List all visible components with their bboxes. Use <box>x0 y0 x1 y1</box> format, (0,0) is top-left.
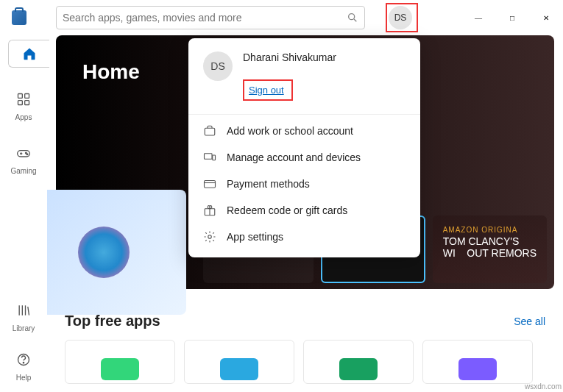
card-icon <box>203 177 216 190</box>
svg-rect-5 <box>25 101 29 105</box>
sign-out-link[interactable]: Sign out <box>249 85 284 96</box>
page-title: Home <box>82 60 140 84</box>
flyout-redeem[interactable]: Redeem code or gift cards <box>188 197 420 224</box>
divider <box>188 114 420 115</box>
sign-out-highlight: Sign out <box>243 79 293 101</box>
gear-icon <box>203 230 216 243</box>
svg-line-14 <box>28 307 29 316</box>
sidebar: Apps Gaming Library Help <box>0 35 47 392</box>
svg-point-10 <box>26 154 28 155</box>
svg-point-0 <box>349 14 355 20</box>
store-logo-icon <box>12 10 26 25</box>
nav-apps-label: Apps <box>15 113 32 121</box>
svg-point-24 <box>208 235 212 239</box>
section-title: Top free apps <box>65 313 160 329</box>
search-box[interactable] <box>56 6 365 29</box>
tile-label: TOM CLANCY'S WI OUT REMORS <box>443 235 537 259</box>
svg-rect-17 <box>205 128 215 135</box>
account-name: Dharani Shivakumar <box>243 51 346 63</box>
flyout-item-label: Payment methods <box>227 178 310 190</box>
flyout-manage-account[interactable]: Manage account and devices <box>188 144 420 171</box>
see-all-link[interactable]: See all <box>514 316 545 327</box>
gaming-icon <box>16 146 31 160</box>
flyout-payment[interactable]: Payment methods <box>188 171 420 197</box>
svg-rect-20 <box>205 181 216 188</box>
app-card[interactable] <box>65 340 175 384</box>
nav-gaming[interactable]: Gaming <box>9 139 38 175</box>
nav-home[interactable] <box>0 40 49 68</box>
library-icon <box>16 303 31 318</box>
watermark: wsxdn.com <box>525 382 562 391</box>
hero-tile[interactable]: AMAZON ORIGINA TOM CLANCY'S WI OUT REMOR… <box>433 215 547 283</box>
home-icon <box>22 46 37 61</box>
account-email-redacted <box>243 63 346 72</box>
svg-line-1 <box>354 19 356 21</box>
briefcase-icon <box>203 124 216 138</box>
svg-rect-3 <box>25 94 29 99</box>
flyout-item-label: Manage account and devices <box>227 152 361 163</box>
app-card[interactable] <box>303 340 414 384</box>
svg-rect-18 <box>205 154 213 160</box>
search-icon[interactable] <box>347 12 358 24</box>
nav-library-label: Library <box>13 324 35 332</box>
avatar: DS <box>203 51 233 81</box>
title-bar: DS — □ ✕ <box>0 0 563 35</box>
app-card-row <box>47 329 563 384</box>
svg-point-9 <box>26 152 27 154</box>
apps-icon <box>16 92 31 107</box>
nav-gaming-label: Gaming <box>10 167 36 175</box>
svg-rect-19 <box>213 155 216 160</box>
flyout-settings[interactable]: App settings <box>188 224 420 250</box>
profile-button[interactable]: DS <box>389 6 412 29</box>
minimize-button[interactable]: — <box>461 6 495 29</box>
maximize-button[interactable]: □ <box>495 6 529 29</box>
tile-overline: AMAZON ORIGINA <box>443 226 537 234</box>
flyout-item-label: Redeem code or gift cards <box>227 204 347 216</box>
app-card[interactable] <box>422 340 533 384</box>
devices-icon <box>203 151 216 164</box>
search-input[interactable] <box>63 12 347 24</box>
window-controls: — □ ✕ <box>461 6 563 29</box>
svg-rect-4 <box>18 101 23 105</box>
svg-point-16 <box>23 363 24 363</box>
profile-highlight: DS <box>386 3 418 32</box>
gift-icon <box>203 204 216 217</box>
account-flyout: DS Dharani Shivakumar Sign out Add work … <box>188 38 420 257</box>
nav-apps[interactable]: Apps <box>9 85 38 121</box>
flyout-item-label: Add work or school account <box>227 125 353 137</box>
flyout-item-label: App settings <box>227 231 283 243</box>
close-button[interactable]: ✕ <box>529 6 563 29</box>
svg-rect-2 <box>18 94 23 99</box>
app-card[interactable] <box>184 340 294 384</box>
nav-help-label: Help <box>16 374 32 382</box>
flyout-add-account[interactable]: Add work or school account <box>188 118 420 144</box>
help-icon <box>16 352 31 367</box>
nav-library[interactable]: Library <box>9 296 38 332</box>
nav-help[interactable]: Help <box>9 346 38 382</box>
